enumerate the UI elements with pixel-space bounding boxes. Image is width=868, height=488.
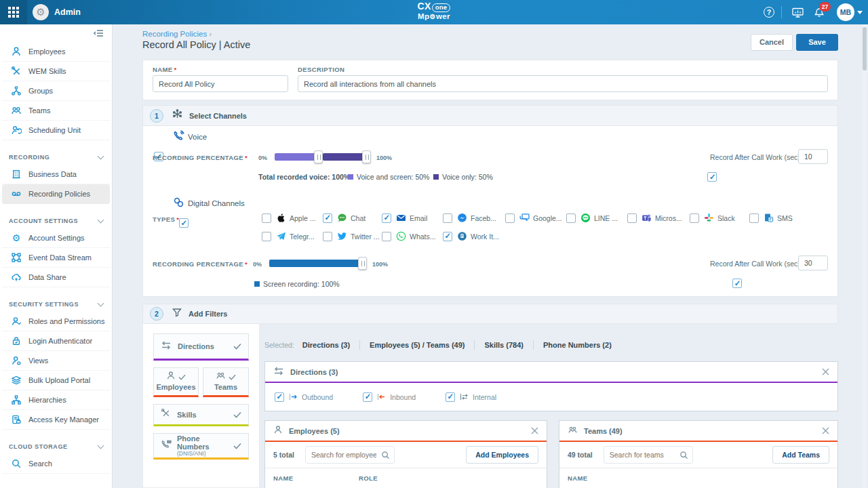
- add-teams-button[interactable]: Add Teams: [772, 446, 829, 464]
- org-tree-icon: [11, 394, 22, 405]
- selected-phone-numbers[interactable]: Phone Numbers (2): [543, 341, 612, 349]
- sidebar-collapse-icon[interactable]: [93, 28, 104, 38]
- sidebar-section-account-settings[interactable]: ACCOUNT SETTINGS: [0, 204, 112, 228]
- sidebar-item-roles-and-permissions[interactable]: Roles and Permissions: [2, 312, 110, 331]
- sidebar-item-teams[interactable]: Teams: [2, 101, 110, 121]
- sidebar-item-views[interactable]: Views: [2, 351, 110, 371]
- sidebar-item-business-data[interactable]: Business Data: [2, 165, 110, 184]
- directions-arrows-icon: [161, 340, 172, 352]
- voice-label: Voice: [188, 133, 207, 141]
- sidebar-item-groups[interactable]: Groups: [2, 81, 110, 101]
- cxone-mpower-logo: CXone Mp⚙wer: [0, 1, 868, 20]
- add-employees-button[interactable]: Add Employees: [466, 446, 538, 464]
- cancel-button[interactable]: Cancel: [751, 34, 793, 51]
- slider-handle[interactable]: [314, 150, 323, 163]
- scrollbar-thumb[interactable]: [863, 27, 867, 70]
- type-slack[interactable]: Slack: [690, 213, 749, 223]
- checkbox[interactable]: [443, 214, 452, 223]
- checkbox[interactable]: [382, 232, 391, 241]
- directions-filter-button[interactable]: Directions: [153, 333, 249, 361]
- sidebar-item-bulk-upload-portal[interactable]: Bulk Upload Portal: [2, 371, 110, 390]
- sidebar-section-recording[interactable]: RECORDING: [0, 140, 112, 165]
- chevron-down-icon: [98, 217, 104, 224]
- voice-acw-checkbox[interactable]: [707, 172, 717, 182]
- digital-acw-input[interactable]: [798, 256, 828, 270]
- outbound-option[interactable]: Outbound: [275, 391, 333, 403]
- type-facebook-messenger[interactable]: Faceb...: [443, 213, 505, 223]
- type-twitter[interactable]: Twitter ...: [323, 231, 382, 241]
- sidebar-item-search[interactable]: Search: [2, 454, 110, 474]
- twitter-bird-icon: [337, 231, 347, 241]
- sidebar: Employees WEM Skills Groups Teams Schedu…: [0, 24, 113, 488]
- close-icon[interactable]: [531, 425, 538, 437]
- sidebar-item-recording-policies[interactable]: Recording Policies: [2, 184, 110, 204]
- help-button[interactable]: ?: [760, 0, 778, 24]
- sidebar-item-wem-skills[interactable]: WEM Skills: [2, 62, 110, 81]
- avatar[interactable]: MB: [837, 3, 854, 21]
- directions-arrows-icon: [273, 366, 284, 378]
- checkbox[interactable]: [566, 214, 576, 223]
- digital-channels-label: Digital Channels: [188, 199, 245, 207]
- type-telegram[interactable]: Telegr...: [262, 231, 323, 241]
- type-whatsapp[interactable]: Whats...: [382, 231, 443, 241]
- type-apple-messages[interactable]: Apple ...: [262, 213, 323, 223]
- checkbox[interactable]: [505, 214, 515, 223]
- checkbox[interactable]: [363, 392, 372, 402]
- voice-acw-input[interactable]: [798, 149, 828, 164]
- checkbox[interactable]: [443, 232, 452, 241]
- employees-filter-button[interactable]: Employees: [153, 367, 199, 397]
- checkbox[interactable]: [749, 214, 759, 223]
- phone-keypad-icon: [161, 439, 172, 453]
- checkbox[interactable]: [275, 392, 284, 402]
- close-icon[interactable]: [822, 425, 829, 437]
- phone-numbers-filter-button[interactable]: Phone Numbers (DNIS/ANI): [153, 433, 249, 460]
- skills-filter-button[interactable]: Skills: [153, 404, 249, 426]
- type-email[interactable]: Email: [382, 213, 443, 223]
- vertical-scrollbar[interactable]: [863, 24, 867, 488]
- selected-employees-teams[interactable]: Employees (5) / Teams (49): [370, 341, 465, 349]
- type-line[interactable]: LINE ...: [566, 213, 627, 223]
- google-chat-icon: [519, 213, 530, 223]
- chevron-down-icon[interactable]: [857, 11, 863, 14]
- inbound-option[interactable]: Inbound: [363, 391, 416, 403]
- digital-channels-checkbox[interactable]: [179, 218, 189, 228]
- sidebar-item-account-settings[interactable]: ⚙ Account Settings: [2, 228, 110, 248]
- name-field[interactable]: [153, 75, 288, 92]
- sidebar-section-cloud-storage[interactable]: CLOUD STORAGE: [0, 430, 112, 454]
- breadcrumb[interactable]: Recording Policies›: [142, 30, 212, 38]
- type-work-item[interactable]: Work It...: [443, 231, 505, 241]
- slider-min-label: 0%: [258, 155, 267, 161]
- sidebar-item-hierarchies[interactable]: Hierarchies: [2, 390, 110, 410]
- sidebar-item-scheduling-unit[interactable]: Scheduling Unit: [2, 121, 110, 140]
- sidebar-item-employees[interactable]: Employees: [2, 42, 110, 62]
- filter-buttons-column: Directions Employees Teams Skills: [142, 324, 260, 488]
- type-sms[interactable]: SMS: [749, 213, 797, 223]
- description-field[interactable]: [298, 75, 828, 92]
- teams-filter-button[interactable]: Teams: [203, 367, 249, 397]
- sidebar-item-data-share[interactable]: Data Share: [2, 268, 110, 287]
- close-icon[interactable]: [822, 366, 829, 378]
- type-microsoft-teams[interactable]: Micros...: [627, 213, 690, 223]
- sidebar-item-access-key-manager[interactable]: Access Key Manager: [2, 410, 110, 430]
- checkbox[interactable]: [627, 214, 637, 223]
- slider-handle[interactable]: [362, 150, 371, 163]
- type-chat[interactable]: Chat: [323, 213, 382, 223]
- sidebar-item-event-data-stream[interactable]: Event Data Stream: [2, 248, 110, 268]
- sidebar-section-security-settings[interactable]: SECURITY SETTINGS: [0, 287, 112, 312]
- checkbox[interactable]: [690, 214, 699, 223]
- digital-acw-checkbox[interactable]: [732, 279, 742, 288]
- checkbox[interactable]: [446, 392, 455, 402]
- checkbox[interactable]: [382, 214, 391, 223]
- slider-handle[interactable]: [358, 257, 367, 270]
- checkbox[interactable]: [262, 214, 271, 223]
- selected-skills[interactable]: Skills (784): [484, 341, 523, 349]
- checkbox[interactable]: [323, 214, 332, 223]
- sidebar-item-login-authenticator[interactable]: Login Authenticator: [2, 331, 110, 351]
- selected-directions[interactable]: Directions (3): [302, 341, 350, 349]
- checkbox[interactable]: [323, 232, 332, 241]
- screen-share-button[interactable]: [788, 0, 807, 24]
- checkbox[interactable]: [262, 232, 271, 241]
- type-google-business-messages[interactable]: Google...: [505, 213, 566, 223]
- internal-option[interactable]: Internal: [446, 391, 496, 403]
- save-button[interactable]: Save: [796, 34, 838, 51]
